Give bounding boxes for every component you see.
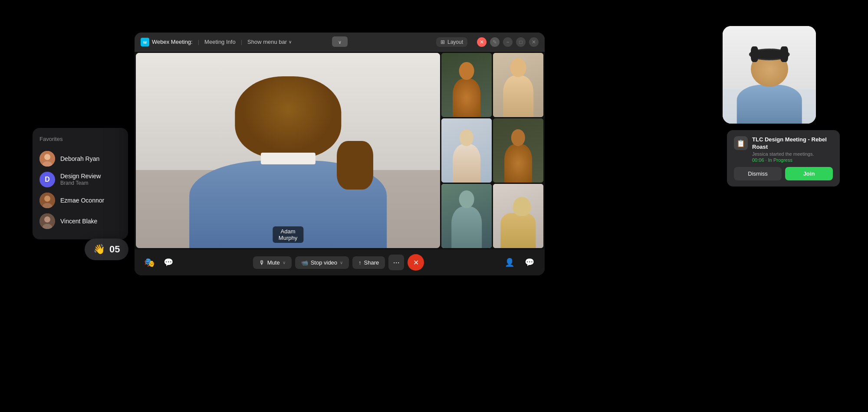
person-photo-inner	[723, 26, 816, 124]
favorite-info-vincent: Vincent Blake	[60, 217, 97, 225]
share-button[interactable]: ↑ Share	[352, 256, 385, 269]
avatar-ezmae	[39, 193, 55, 208]
join-button[interactable]: Join	[785, 167, 833, 180]
emoji-count: 05	[109, 244, 120, 255]
favorite-name-vincent: Vincent Blake	[60, 217, 97, 225]
participants-button[interactable]: 👤	[501, 256, 518, 269]
chat-icon: 💬	[164, 258, 173, 267]
layout-button[interactable]: ⊞ Layout	[436, 37, 467, 47]
notification-subtitle: Jessica started the meetings.	[752, 151, 833, 157]
close-button[interactable]: ✕	[477, 37, 487, 47]
messages-icon: 💬	[525, 258, 534, 267]
grid-cell-4	[493, 118, 543, 183]
layout-icon: ⊞	[441, 39, 445, 45]
maximize-button[interactable]: □	[516, 37, 526, 47]
title-bar: W Webex Meeting: | Meeting Info | Show m…	[135, 33, 545, 52]
window-close-button[interactable]: ✕	[529, 37, 539, 47]
video-icon: 📹	[301, 259, 308, 266]
more-options-button[interactable]: ···	[388, 255, 404, 270]
avatar-btn[interactable]: 🎭	[141, 255, 158, 270]
chevron-icon: ∨	[338, 39, 342, 45]
avatar-icon: 🎭	[144, 257, 155, 268]
emoji-badge: 👋 05	[85, 239, 128, 260]
center-dropdown[interactable]: ∨	[332, 36, 348, 47]
favorite-name-design: Design Review	[60, 172, 101, 180]
tlc-icon: 📋	[736, 139, 745, 147]
notification-title: TLC Design Meeting - Rebel Roast	[752, 136, 833, 151]
webex-title-text: Webex Meeting:	[152, 39, 193, 45]
webex-logo: W Webex Meeting:	[141, 38, 193, 46]
mute-button[interactable]: 🎙 Mute ∨	[253, 256, 292, 269]
emoji-icon: 👋	[93, 244, 105, 255]
favorite-item-design[interactable]: D Design Review Brand Team	[39, 169, 121, 190]
notification-header: 📋 TLC Design Meeting - Rebel Roast Jessi…	[734, 136, 833, 163]
favorite-info-deborah: Deborah Ryan	[60, 155, 99, 163]
favorite-info-design: Design Review Brand Team	[60, 172, 101, 187]
grid-cell-6	[493, 184, 543, 248]
dismiss-button[interactable]: Dismiss	[734, 167, 782, 180]
chevron-down-icon: ∨	[289, 39, 292, 44]
avatar-deborah	[39, 151, 55, 167]
main-video: Adam Murphy	[136, 53, 440, 248]
video-chevron-icon: ∨	[340, 260, 343, 265]
grid-cell-1	[441, 53, 492, 117]
favorite-item-vincent[interactable]: Vincent Blake	[39, 211, 121, 232]
favorites-title: Favorites	[39, 136, 121, 142]
end-call-button[interactable]: ✕	[408, 254, 424, 271]
notification-card: 📋 TLC Design Meeting - Rebel Roast Jessi…	[727, 130, 840, 186]
favorite-name-deborah: Deborah Ryan	[60, 155, 99, 163]
webex-logo-icon: W	[141, 38, 149, 46]
mic-icon: 🎙	[259, 259, 265, 266]
minimize-button[interactable]: −	[503, 37, 513, 47]
grid-row-bottom	[441, 184, 543, 248]
stop-video-button[interactable]: 📹 Stop video ∨	[295, 256, 349, 269]
participants-icon: 👤	[505, 258, 514, 267]
favorite-name-ezmae: Ezmae Oconnor	[60, 196, 104, 204]
end-call-icon: ✕	[413, 258, 419, 267]
grid-row-top	[441, 53, 543, 117]
window-controls: ✕ ✎ − □ ✕	[477, 37, 539, 47]
speaker-name-tag: Adam Murphy	[273, 226, 303, 243]
meeting-info-link[interactable]: Meeting Info	[204, 39, 236, 45]
notification-content: TLC Design Meeting - Rebel Roast Jessica…	[752, 136, 833, 163]
person-photo	[723, 26, 816, 124]
control-bar: 🎭 💬 🎙 Mute ∨ 📹 Stop video ∨ ↑ Share ··· …	[135, 249, 545, 275]
notification-status: 00:06 · In Progress	[752, 157, 833, 163]
favorite-sub-design: Brand Team	[60, 180, 101, 187]
avatar-vincent	[39, 213, 55, 229]
favorite-item-deborah[interactable]: Deborah Ryan	[39, 148, 121, 169]
messages-button[interactable]: 💬	[521, 256, 538, 269]
grid-row-middle	[441, 118, 543, 183]
show-menu-bar-btn[interactable]: Show menu bar ∨	[247, 39, 292, 45]
svg-point-7	[44, 216, 50, 222]
svg-point-1	[44, 154, 50, 160]
svg-text:W: W	[143, 40, 147, 45]
share-icon: ↑	[358, 259, 362, 266]
edit-button[interactable]: ✎	[490, 37, 500, 47]
favorite-item-ezmae[interactable]: Ezmae Oconnor	[39, 190, 121, 211]
grid-cell-2	[493, 53, 543, 117]
avatar-design: D	[39, 172, 55, 187]
grid-cell-5	[441, 184, 492, 248]
chat-btn[interactable]: 💬	[161, 255, 176, 270]
webex-window: W Webex Meeting: | Meeting Info | Show m…	[135, 33, 545, 275]
video-area: Adam Murphy	[135, 52, 545, 249]
grid-cell-3	[441, 118, 492, 183]
favorite-info-ezmae: Ezmae Oconnor	[60, 196, 104, 204]
svg-point-4	[44, 196, 50, 202]
favorites-panel: Favorites Deborah Ryan D Design Review B…	[33, 128, 128, 239]
notification-icon: 📋	[734, 136, 748, 150]
notification-actions: Dismiss Join	[734, 167, 833, 180]
grid-videos	[441, 53, 543, 248]
mute-chevron-icon: ∨	[283, 260, 286, 265]
